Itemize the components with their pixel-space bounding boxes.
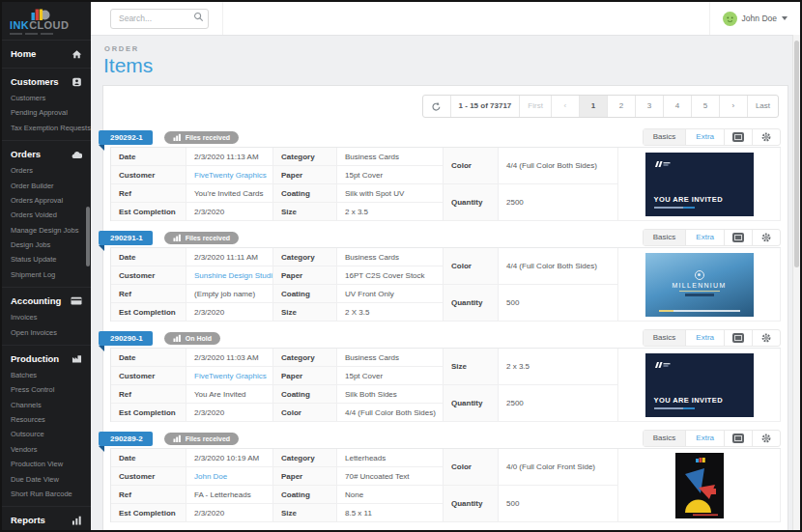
sidebar-item-orders-list[interactable]: Orders: [2, 163, 91, 178]
sidebar-item-reports[interactable]: Reports: [2, 509, 91, 529]
sidebar-item-pending-approval[interactable]: Pending Approval: [2, 105, 91, 120]
order-id-badge[interactable]: 290292-1: [99, 130, 153, 145]
order-status-badge: Files received: [164, 131, 239, 144]
sidebar-item-customers-list[interactable]: Customers: [2, 91, 91, 105]
sidebar-item-outsource[interactable]: Outsource: [2, 427, 91, 441]
pagination-page-2[interactable]: 2: [607, 96, 635, 117]
sidebar-item-production[interactable]: Production: [2, 348, 91, 368]
sidebar-item-orders[interactable]: Orders: [2, 143, 91, 163]
sidebar-item-manage-design-jobs[interactable]: Manage Design Jobs: [2, 223, 91, 238]
pagination-first[interactable]: First: [519, 96, 551, 117]
artwork-thumbnail[interactable]: MILLENNIUM: [645, 253, 754, 317]
tab-basics[interactable]: Basics: [644, 230, 687, 245]
customer-link[interactable]: John Doe: [186, 467, 273, 486]
refresh-icon: [431, 101, 442, 112]
field-label: Date: [111, 148, 186, 166]
customer-link[interactable]: Sunshine Design Studio: [186, 266, 273, 285]
tab-basics[interactable]: Basics: [644, 129, 687, 145]
sidebar-item-press-control[interactable]: Press Control: [2, 382, 91, 397]
artwork-preview-button[interactable]: [725, 129, 753, 145]
field-label: Ref: [111, 285, 186, 303]
sidebar-item-orders-voided[interactable]: Orders Voided: [2, 208, 91, 222]
photo-icon: [732, 233, 744, 242]
field-value: (Empty job name): [186, 285, 273, 303]
field-value: 4/4 (Full Color Both Sides): [499, 248, 618, 285]
order-item-card: 290290-1 On Hold Basics Extra: [110, 330, 781, 422]
pagination-page-5[interactable]: 5: [691, 96, 719, 117]
sidebar-item-batches[interactable]: Batches: [2, 368, 91, 382]
topbar: John Doe: [91, 2, 800, 36]
sidebar-item-production-view[interactable]: Production View: [2, 457, 91, 471]
field-label: Est Completion: [111, 203, 186, 221]
item-settings-button[interactable]: [753, 330, 780, 346]
brand-logo[interactable]: INKCLOUD: [2, 2, 91, 41]
tab-extra[interactable]: Extra: [686, 330, 725, 346]
thumbnail-footer-line: [654, 407, 710, 409]
artwork-thumbnail[interactable]: YOU ARE INVITED: [645, 353, 754, 417]
field-value: 2/3/2020 11:11 AM: [186, 248, 273, 266]
field-label: Paper: [273, 166, 337, 184]
artwork-thumbnail[interactable]: YOU ARE INVITED: [645, 153, 754, 216]
item-settings-button[interactable]: [753, 431, 780, 446]
pagination-page-4[interactable]: 4: [663, 96, 691, 117]
customer-link[interactable]: FiveTwenty Graphics: [186, 166, 273, 184]
sidebar-item-shipment-log[interactable]: Shipment Log: [2, 267, 91, 282]
sidebar-item-design-jobs[interactable]: Design Jobs: [2, 238, 91, 252]
field-label: Color: [444, 449, 499, 486]
field-value: 2/3/2020: [186, 303, 273, 322]
sidebar-item-orders-approval[interactable]: Orders Approval: [2, 193, 91, 208]
sidebar-item-open-invoices[interactable]: Open Invoices: [2, 325, 91, 340]
sidebar-item-channels[interactable]: Channels: [2, 398, 91, 412]
sidebar-item-ms-orders-flattened[interactable]: MS - Orders Flattened: [2, 529, 91, 530]
artwork-preview-button[interactable]: [725, 431, 753, 446]
tab-basics[interactable]: Basics: [644, 431, 687, 446]
sidebar-item-status-update[interactable]: Status Update: [2, 252, 91, 266]
field-label: Date: [111, 449, 186, 467]
refresh-button[interactable]: [423, 96, 450, 117]
sidebar-item-due-date-view[interactable]: Due Date View: [2, 472, 91, 487]
files-signal-icon: [173, 133, 182, 141]
field-label: Paper: [273, 467, 337, 486]
order-item-card: 290292-1 Files received Basics Extra: [110, 129, 781, 221]
sidebar-item-order-builder[interactable]: Order Builder: [2, 179, 91, 193]
sidebar-item-vendors[interactable]: Vendors: [2, 442, 91, 457]
tab-basics[interactable]: Basics: [644, 330, 687, 346]
field-value: 500: [499, 486, 618, 522]
pagination-page-1[interactable]: 1: [579, 96, 607, 117]
search-icon[interactable]: [193, 12, 204, 22]
sidebar-scrollbar-thumb[interactable]: [86, 207, 90, 266]
sidebar-item-accounting[interactable]: Accounting: [2, 290, 91, 310]
tab-extra[interactable]: Extra: [686, 431, 725, 446]
sidebar-item-tax-exemption-requests[interactable]: Tax Exemption Requests: [2, 121, 91, 135]
item-settings-button[interactable]: [753, 129, 780, 145]
order-id-badge[interactable]: 290290-1: [99, 331, 153, 346]
item-settings-button[interactable]: [753, 230, 780, 245]
field-label: Category: [273, 449, 337, 467]
main-scrollbar[interactable]: [792, 35, 800, 530]
pagination-prev[interactable]: ‹: [551, 96, 579, 117]
pagination-range: 1 - 15 of 73717: [450, 96, 520, 117]
field-value: Silk Both Sides: [337, 385, 444, 404]
thumbnail-caption: YOU ARE INVITED: [654, 195, 724, 204]
tab-extra[interactable]: Extra: [686, 230, 725, 245]
tab-extra[interactable]: Extra: [686, 129, 725, 145]
sidebar-item-customers[interactable]: Customers: [2, 70, 91, 91]
customers-icon: [72, 77, 82, 87]
order-id-badge[interactable]: 290289-2: [99, 432, 153, 446]
customer-link[interactable]: FiveTwenty Graphics: [186, 367, 273, 385]
pagination-page-3[interactable]: 3: [635, 96, 663, 117]
sidebar-item-short-run-barcode[interactable]: Short Run Barcode: [2, 487, 91, 501]
order-id-badge[interactable]: 290291-1: [99, 231, 153, 245]
pagination-last[interactable]: Last: [747, 96, 778, 117]
sidebar-item-resources[interactable]: Resources: [2, 412, 91, 427]
main-scrollbar-thumb[interactable]: [794, 41, 799, 267]
user-menu[interactable]: John Doe: [709, 2, 800, 35]
pagination-next[interactable]: ›: [719, 96, 747, 117]
field-value: 2 x 3.5: [337, 203, 444, 221]
order-item-card: 290289-2 Files received Basics Extra: [110, 431, 781, 522]
artwork-preview-button[interactable]: [725, 330, 753, 346]
sidebar-item-invoices[interactable]: Invoices: [2, 310, 91, 324]
sidebar-item-home[interactable]: Home: [2, 42, 91, 63]
artwork-thumbnail[interactable]: [675, 453, 724, 518]
artwork-preview-button[interactable]: [725, 230, 753, 245]
